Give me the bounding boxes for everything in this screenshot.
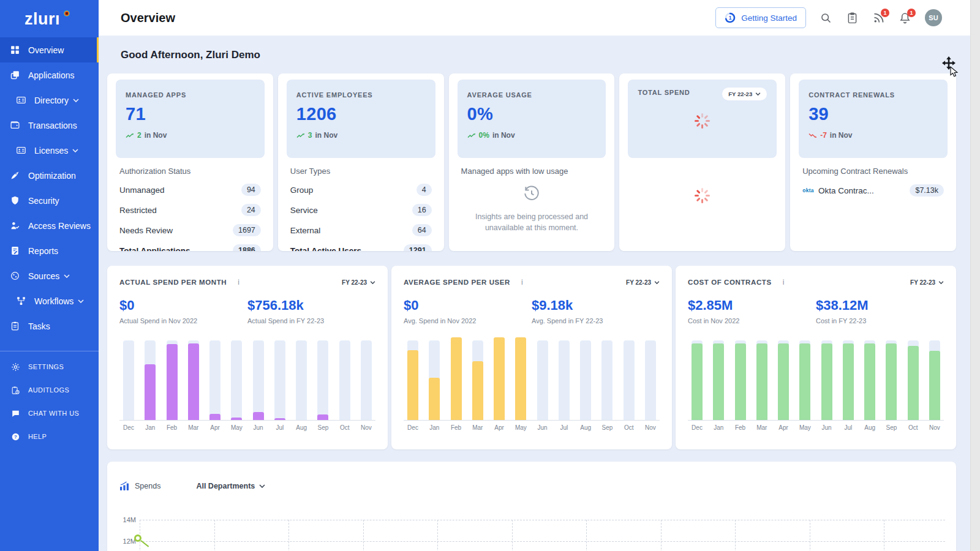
sidebar-item-applications[interactable]: Applications — [0, 62, 99, 88]
sidebar-item-directory[interactable]: Directory — [0, 88, 99, 113]
sidebar-item-reports[interactable]: Reports — [0, 238, 99, 263]
month-label: Sep — [883, 424, 899, 431]
bar-slot-oct — [337, 332, 353, 420]
sidebar-item-label: Licenses — [34, 146, 68, 156]
stat-delta-suffix: in Nov — [830, 131, 853, 140]
month-label: Jan — [142, 424, 158, 431]
bar — [494, 337, 505, 420]
bar-track — [580, 340, 591, 420]
bar-slot-aug — [862, 332, 878, 420]
getting-started-button[interactable]: 1 Getting Started — [715, 7, 806, 28]
bar-chart — [404, 332, 660, 421]
bar-track — [296, 340, 307, 420]
card-list-title: Authorization Status — [119, 167, 261, 176]
feed-icon[interactable]: 1 — [872, 12, 885, 24]
sidebar-item-tasks[interactable]: Tasks — [0, 313, 99, 339]
stat-delta-value: -7 — [820, 131, 827, 140]
applications-icon — [10, 70, 20, 80]
department-filter-dropdown[interactable]: All Departments — [196, 482, 265, 490]
list-row-label: Total Applications — [119, 246, 190, 252]
sidebar-item-access-reviews[interactable]: Access Reviews — [0, 213, 99, 238]
vertical-gridline — [437, 520, 438, 551]
sidebar-item-transactions[interactable]: Transactions — [0, 113, 99, 138]
search-icon[interactable] — [820, 12, 832, 24]
info-icon[interactable]: i — [238, 278, 239, 287]
info-icon[interactable]: i — [521, 278, 523, 287]
gridline-14m — [140, 520, 945, 520]
vertical-gridline — [512, 520, 513, 551]
sidebar-item-sources[interactable]: Sources — [0, 263, 99, 288]
chat-icon — [11, 409, 20, 418]
empty-state-message: Insights are being processed and unavail… — [466, 211, 597, 233]
month-label: Feb — [733, 424, 748, 431]
sidebar-item-settings[interactable]: SETTINGS — [0, 355, 99, 378]
summary-cards-row: MANAGED APPS712in NovAuthorization Statu… — [107, 73, 956, 251]
month-label: Oct — [337, 424, 353, 431]
vertical-gridline — [214, 520, 215, 551]
sidebar-item-auditlogs[interactable]: AUDITLOGS — [0, 378, 99, 402]
bar — [886, 343, 897, 420]
loading-spinner-icon — [695, 113, 710, 129]
summary-card-active-employees: ACTIVE EMPLOYEES12063in NovUser TypesGro… — [278, 73, 444, 251]
progress-ring-icon: 1 — [725, 12, 736, 23]
tasks-icon — [10, 321, 20, 331]
avatar[interactable]: SU — [925, 9, 942, 26]
sidebar-item-label: Workflows — [34, 296, 74, 306]
bar-slot-jun — [819, 332, 835, 420]
bell-icon[interactable]: 1 — [899, 12, 911, 24]
stat-title: ACTIVE EMPLOYEES — [296, 91, 373, 99]
list-row-value-badge: 4 — [417, 184, 432, 196]
stat-title: MANAGED APPS — [126, 91, 186, 99]
bar-track — [559, 340, 570, 420]
sidebar-item-help[interactable]: ?HELP — [0, 425, 99, 448]
card-list-title: Managed apps with low usage — [461, 167, 603, 176]
month-label: Aug — [578, 424, 594, 431]
sidebar-item-overview[interactable]: Overview — [0, 37, 99, 62]
card-list: Upcoming Contract RenewalsoktaOkta Contr… — [790, 167, 956, 197]
bar-slot-nov — [643, 332, 658, 420]
bar — [274, 418, 285, 420]
bar-slot-jun — [535, 332, 551, 420]
stat-title: TOTAL SPEND — [638, 89, 690, 96]
fy-dropdown[interactable]: FY 22-23 — [722, 88, 767, 100]
fy-dropdown-value: FY 22-23 — [626, 279, 651, 286]
month-label: Jan — [426, 424, 442, 431]
sidebar-item-security[interactable]: Security — [0, 188, 99, 213]
bar-slot-dec — [689, 332, 705, 420]
list-row-group: Group4 — [290, 184, 432, 196]
bar — [209, 414, 221, 420]
stat-value: 71 — [126, 104, 255, 124]
fy-dropdown[interactable]: FY 22-23 — [626, 279, 660, 286]
sidebar-item-chat-with-us[interactable]: CHAT WITH US — [0, 402, 99, 425]
series-point-marker — [134, 534, 141, 542]
bar-slot-apr — [775, 332, 791, 420]
sidebar-item-licenses[interactable]: Licenses — [0, 138, 99, 163]
list-row-value-badge: 1697 — [233, 224, 261, 236]
scrollbar-track[interactable] — [970, 0, 980, 551]
month-label: Apr — [491, 424, 507, 431]
list-row-value-badge: 64 — [412, 224, 432, 236]
clipboard-icon[interactable] — [846, 12, 859, 24]
stat-value: 1206 — [296, 104, 426, 124]
list-row-total-applications: Total Applications1886 — [119, 244, 261, 251]
logo-text: zlur — [24, 10, 55, 28]
info-icon[interactable]: i — [783, 278, 785, 287]
sidebar-item-workflows[interactable]: Workflows — [0, 288, 99, 313]
renewal-row[interactable]: oktaOkta Contrac...$7.13k — [802, 184, 944, 197]
chart-stat-value: $2.85M — [688, 298, 816, 313]
bar-track — [624, 340, 635, 420]
y-tick-14m: 14M — [118, 516, 136, 523]
list-row-service: Service16 — [290, 204, 432, 216]
month-label: Apr — [207, 424, 223, 431]
sidebar-item-optimization[interactable]: Optimization — [0, 163, 99, 188]
chevron-down-icon — [73, 99, 79, 102]
sidebar-item-label: Applications — [28, 70, 75, 80]
summary-card-total-spend: TOTAL SPENDFY 22-23 — [619, 73, 785, 251]
sidebar-footer-label: SETTINGS — [28, 363, 64, 370]
month-label: Jul — [556, 424, 572, 431]
fy-dropdown[interactable]: FY 22-23 — [342, 279, 375, 286]
security-icon — [10, 195, 20, 206]
sidebar-footer-label: AUDITLOGS — [28, 386, 69, 394]
fy-dropdown[interactable]: FY 22-23 — [910, 279, 944, 286]
feed-badge: 1 — [881, 9, 889, 17]
